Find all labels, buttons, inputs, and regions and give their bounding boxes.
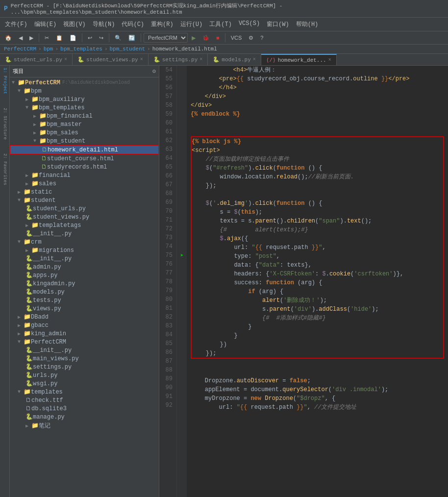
code-line-59: {% endblock %} bbox=[191, 110, 444, 119]
breadcrumb-file[interactable]: homework_detail.html bbox=[152, 46, 217, 52]
tree-item-student-course[interactable]: 🗋 student_course.html bbox=[10, 154, 159, 163]
tree-item-king-admin[interactable]: ▶ 📁 king_admin bbox=[10, 329, 159, 338]
code-editor[interactable]: 54 55 56 57 58 59 60 61 62 63 64 65 66 6… bbox=[159, 66, 448, 497]
menu-navigate[interactable]: 导航(N) bbox=[90, 19, 118, 29]
toolbar-btn-cut[interactable]: ✂ bbox=[42, 33, 52, 43]
toolbar-btn-2[interactable]: ◀ bbox=[16, 33, 25, 43]
toolbar-git-btn[interactable]: VCS bbox=[228, 33, 245, 42]
toolbar-debug-btn[interactable]: 🐞 bbox=[199, 33, 212, 43]
code-line-61 bbox=[191, 127, 444, 136]
tree-item-root[interactable]: ▼ 📁 PerfectCRM F:\BaiduNetdiskDownload bbox=[10, 78, 159, 87]
code-line-90: appElement = document.querySelector('div… bbox=[191, 385, 444, 394]
code-line-71: texts = s.parent().children("span").text… bbox=[192, 217, 443, 225]
tree-item-main-views[interactable]: 🐍 main_views.py bbox=[10, 354, 159, 363]
tab-close-student-views[interactable]: × bbox=[140, 57, 143, 62]
toolbar-btn-paste[interactable]: 📄 bbox=[67, 33, 79, 43]
tree-item-student-urls[interactable]: 🐍 student_urls.py bbox=[10, 204, 159, 213]
menu-refactor[interactable]: 重构(R) bbox=[148, 19, 176, 29]
sidebar-settings-icon[interactable]: ⚙ bbox=[152, 68, 156, 75]
breadcrumb: PerfectCRM › bpm › bpm_templates › bpm_s… bbox=[0, 45, 448, 54]
code-line-82: {# #添加样式#隐藏#} bbox=[192, 314, 443, 323]
panel-tab-structure[interactable]: 2: Structure bbox=[1, 106, 8, 142]
toolbar-help-btn[interactable]: ? bbox=[257, 33, 266, 42]
tree-item-kingadmin[interactable]: 🐍 kingadmin.py bbox=[10, 279, 159, 288]
menu-window[interactable]: 窗口(W) bbox=[264, 19, 292, 29]
toolbar-btn-replace[interactable]: 🔄 bbox=[125, 33, 138, 43]
panel-tab-project[interactable]: 1: Project bbox=[1, 66, 8, 96]
tree-item-templatetags[interactable]: ▶ 📁 templatetags bbox=[10, 221, 159, 229]
tree-item-crm[interactable]: ▼ 📁 crm bbox=[10, 238, 159, 246]
tree-item-db-sqlite3[interactable]: 🗋 db.sqlite3 bbox=[10, 404, 159, 413]
tab-student-views[interactable]: 🐍 student_views.py × bbox=[73, 54, 149, 65]
panel-tab-favorites[interactable]: 2: Favorites bbox=[1, 151, 8, 187]
toolbar-run-btn[interactable]: ▶ bbox=[189, 33, 199, 43]
tree-item-init[interactable]: 🐍 __init__.py bbox=[10, 229, 159, 238]
menu-vcs[interactable]: VCS(S) bbox=[236, 19, 263, 29]
tree-item-templates[interactable]: ▼ 📁 templates bbox=[10, 388, 159, 396]
code-content[interactable]: <h4>牛逼人例： <pre>{{ studyrecord_obj.course… bbox=[187, 66, 448, 497]
tab-homework-detail[interactable]: ⟨/⟩ homework_det... × bbox=[261, 54, 337, 65]
toolbar-btn-1[interactable]: 🏠 bbox=[2, 33, 15, 43]
breadcrumb-perfectcrm[interactable]: PerfectCRM bbox=[4, 46, 36, 52]
tree-item-bpm-templates[interactable]: ▼ 📁 bpm_templates bbox=[10, 103, 159, 112]
tree-item-bpm-student[interactable]: ▼ 📁 bpm_student bbox=[10, 137, 159, 145]
tree-item-models[interactable]: 🐍 models.py bbox=[10, 288, 159, 296]
tree-item-sales[interactable]: ▶ 📁 sales bbox=[10, 179, 159, 188]
tree-item-gbacc[interactable]: ▶ 📁 gbacc bbox=[10, 321, 159, 329]
tree-item-migrations[interactable]: ▶ 📁 migrations bbox=[10, 246, 159, 254]
toolbar-stop-btn[interactable]: ■ bbox=[213, 33, 223, 42]
tree-item-bpm-master[interactable]: ▶ 📁 bpm_master bbox=[10, 120, 159, 128]
tab-student-urls[interactable]: 🐍 student_urls.py × bbox=[0, 54, 73, 65]
menu-view[interactable]: 视图(V) bbox=[60, 19, 89, 29]
tree-item-financial[interactable]: ▶ 📁 financial bbox=[10, 171, 159, 179]
menu-tools[interactable]: 工具(T) bbox=[206, 19, 235, 29]
breadcrumb-bpm[interactable]: bpm bbox=[44, 46, 53, 52]
code-line-63: <script> bbox=[192, 146, 443, 155]
tree-item-admin[interactable]: 🐍 admin.py bbox=[10, 263, 159, 271]
menu-run[interactable]: 运行(U) bbox=[177, 19, 206, 29]
tab-close-models[interactable]: × bbox=[253, 57, 256, 62]
toolbar-btn-undo[interactable]: ↩ bbox=[85, 33, 95, 43]
tree-item-bpm[interactable]: ▼ 📁 bpm bbox=[10, 87, 159, 95]
tab-settings[interactable]: 🐍 settings.py × bbox=[149, 54, 208, 65]
toolbar-dropdown-run[interactable]: PerfectCRM bbox=[144, 33, 188, 43]
tree-item-perfectcrm2[interactable]: ▼ 📁 PerfectCRM bbox=[10, 338, 159, 346]
tree-item-settings[interactable]: 🐍 settings.py bbox=[10, 363, 159, 371]
tree-item-manage[interactable]: 🐍 manage.py bbox=[10, 413, 159, 421]
tab-models[interactable]: 🐍 models.py × bbox=[208, 54, 261, 65]
tab-close-settings[interactable]: × bbox=[199, 57, 202, 62]
code-line-70: s = $(this); bbox=[192, 208, 443, 217]
tree-item-student[interactable]: ▼ 📁 student bbox=[10, 196, 159, 204]
toolbar-settings-btn[interactable]: ⚙ bbox=[246, 33, 256, 43]
tree-item-bpm-sales[interactable]: ▶ 📁 bpm_sales bbox=[10, 128, 159, 137]
tree-item-student-views[interactable]: 🐍 student_views.py bbox=[10, 213, 159, 221]
menu-help[interactable]: 帮助(H) bbox=[293, 19, 322, 29]
menu-code[interactable]: 代码(C) bbox=[119, 19, 147, 29]
tree-item-static[interactable]: ▶ 📁 static bbox=[10, 188, 159, 196]
tree-item-views[interactable]: 🐍 views.py bbox=[10, 304, 159, 313]
tab-close-homework[interactable]: × bbox=[328, 57, 331, 63]
tree-item-urls[interactable]: 🐍 urls.py bbox=[10, 371, 159, 379]
tree-item-tests[interactable]: 🐍 tests.py bbox=[10, 296, 159, 304]
menu-edit[interactable]: 编辑(E) bbox=[31, 19, 60, 29]
tree-item-perfectcrm-init[interactable]: 🐍 __init__.py bbox=[10, 346, 159, 354]
tree-item-bpm-auxiliary[interactable]: ▶ 📁 bpm_auxiliary bbox=[10, 95, 159, 103]
toolbar-btn-3[interactable]: ▶ bbox=[26, 33, 36, 43]
tab-close-student-urls[interactable]: × bbox=[64, 57, 67, 62]
tree-item-dbadd[interactable]: ▶ 📁 DBadd bbox=[10, 313, 159, 321]
code-line-69: $('.del_img').click(function () { bbox=[192, 199, 443, 208]
tree-item-apps[interactable]: 🐍 apps.py bbox=[10, 271, 159, 279]
toolbar-btn-search[interactable]: 🔍 bbox=[112, 33, 124, 43]
breadcrumb-bpm-templates[interactable]: bpm_templates bbox=[60, 46, 102, 52]
tree-item-homework-detail[interactable]: 🗋 homework_detail.html bbox=[10, 145, 159, 154]
menu-file[interactable]: 文件(F) bbox=[2, 19, 30, 29]
tree-item-wsgi[interactable]: 🐍 wsgi.py bbox=[10, 379, 159, 388]
tree-item-studyrecords[interactable]: 🗋 studyrecords.html bbox=[10, 163, 159, 171]
tree-item-bpm-financial[interactable]: ▶ 📁 bpm_financial bbox=[10, 112, 159, 120]
toolbar-btn-redo[interactable]: ↪ bbox=[96, 33, 106, 43]
tree-item-check-ttf[interactable]: 🗋 check.ttf bbox=[10, 396, 159, 404]
tree-item-notes[interactable]: ▶ 📁 笔记 bbox=[10, 421, 159, 430]
toolbar-btn-copy[interactable]: 📋 bbox=[53, 33, 66, 43]
tree-item-crm-init[interactable]: 🐍 __init__.py bbox=[10, 254, 159, 263]
breadcrumb-bpm-student[interactable]: bpm_student bbox=[109, 46, 145, 52]
